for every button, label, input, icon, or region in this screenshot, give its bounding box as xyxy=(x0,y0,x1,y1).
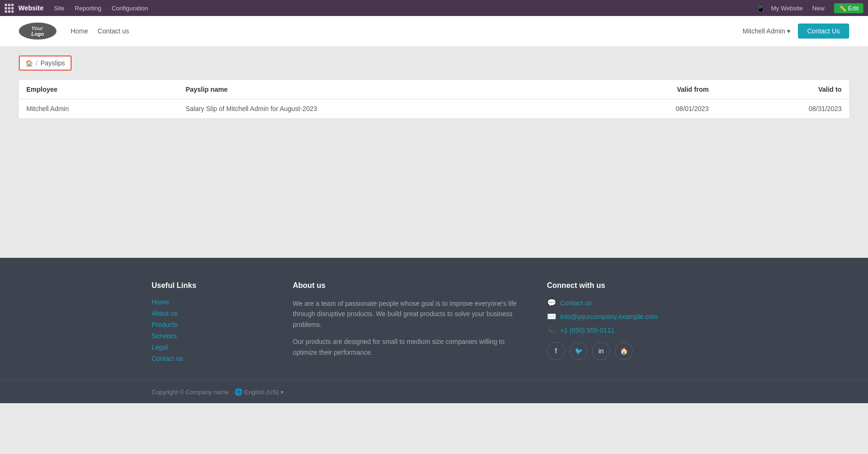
footer-link-products[interactable]: Products xyxy=(152,321,265,328)
edit-button[interactable]: ✏️ Edit xyxy=(834,3,863,13)
admin-bar-right: 📱 My Website New ✏️ Edit xyxy=(756,3,863,13)
footer-link-about[interactable]: About us xyxy=(152,310,265,317)
connect-email-item: ✉️ info@yourcompany.example.com xyxy=(547,312,716,321)
email-icon: ✉️ xyxy=(547,312,556,321)
pencil-icon: ✏️ xyxy=(839,5,846,12)
footer-bottom: Copyright © Company name 🌐 English (US) … xyxy=(0,380,868,403)
connect-phone-link[interactable]: +1 (650) 555-0111 xyxy=(560,327,615,334)
nav-link-contact[interactable]: Contact us xyxy=(97,27,129,35)
site-nav-links: Home Contact us xyxy=(71,27,742,35)
admin-nav-configuration[interactable]: Configuration xyxy=(108,5,152,12)
connect-email-link[interactable]: info@yourcompany.example.com xyxy=(560,313,658,320)
my-website-dropdown[interactable]: My Website xyxy=(771,5,803,12)
logo[interactable]: YourLogo xyxy=(19,23,56,40)
cell-payslip-name: Salary Slip of Mitchell Admin for August… xyxy=(178,99,583,119)
col-valid-from: Valid from xyxy=(583,80,716,99)
logo-oval: YourLogo xyxy=(19,23,56,40)
payslips-table: Employee Payslip name Valid from Valid t… xyxy=(19,80,849,119)
col-valid-to: Valid to xyxy=(716,80,849,99)
home-icon[interactable]: 🏠 xyxy=(25,60,33,67)
phone-icon: 📞 xyxy=(547,326,556,335)
navbar-right: Mitchell Admin ▾ Contact Us xyxy=(742,24,849,39)
cell-valid-to: 08/31/2023 xyxy=(716,99,849,119)
contact-us-button[interactable]: Contact Us xyxy=(798,24,849,39)
cell-valid-from: 08/01/2023 xyxy=(583,99,716,119)
about-text2: Our products are designed for small to m… xyxy=(293,336,519,358)
connect-heading: Connect with us xyxy=(547,281,716,290)
footer-useful-links: Useful Links Home About us Products Serv… xyxy=(152,281,265,366)
admin-nav-site[interactable]: Site xyxy=(50,5,68,12)
connect-phone-item: 📞 +1 (650) 555-0111 xyxy=(547,326,716,335)
about-text1: We are a team of passionate people whose… xyxy=(293,298,519,330)
language-selector[interactable]: 🌐 English (US) ▾ xyxy=(234,388,284,396)
social-twitter[interactable]: 🐦 xyxy=(570,342,587,360)
table-row[interactable]: Mitchell Admin Salary Slip of Mitchell A… xyxy=(19,99,849,119)
lang-chevron-icon: ▾ xyxy=(281,389,284,396)
logo-text: YourLogo xyxy=(32,25,44,37)
col-employee: Employee xyxy=(19,80,178,99)
footer-connect: Connect with us 💬 Contact us ✉️ info@you… xyxy=(547,281,716,366)
connect-contact-item: 💬 Contact us xyxy=(547,298,716,307)
connect-contact-link[interactable]: Contact us xyxy=(560,299,592,307)
cell-employee: Mitchell Admin xyxy=(19,99,178,119)
footer-link-contact[interactable]: Contact us xyxy=(152,355,265,362)
col-payslip-name: Payslip name xyxy=(178,80,583,99)
main-content: 🏠 / Payslips Employee Payslip name Valid… xyxy=(0,46,868,258)
site-name[interactable]: Website xyxy=(18,4,43,12)
globe-icon: 🌐 xyxy=(234,388,242,396)
footer-link-services[interactable]: Services xyxy=(152,332,265,340)
chat-icon: 💬 xyxy=(547,298,556,307)
admin-bar: Website Site Reporting Configuration 📱 M… xyxy=(0,0,868,16)
social-website[interactable]: 🏠 xyxy=(615,342,633,360)
footer-content: Useful Links Home About us Products Serv… xyxy=(152,281,716,366)
site-navbar: YourLogo Home Contact us Mitchell Admin … xyxy=(0,16,868,46)
breadcrumb: 🏠 / Payslips xyxy=(19,56,72,71)
footer-about: About us We are a team of passionate peo… xyxy=(293,281,519,366)
new-button[interactable]: New xyxy=(809,5,828,12)
useful-links-heading: Useful Links xyxy=(152,281,265,290)
admin-nav-reporting[interactable]: Reporting xyxy=(71,5,105,12)
footer-link-home[interactable]: Home xyxy=(152,298,265,306)
nav-link-home[interactable]: Home xyxy=(71,27,88,35)
site-footer: Useful Links Home About us Products Serv… xyxy=(0,258,868,380)
about-heading: About us xyxy=(293,281,519,290)
footer-link-legal[interactable]: Legal xyxy=(152,343,265,351)
mobile-icon: 📱 xyxy=(756,4,765,13)
language-label: English (US) xyxy=(244,389,279,396)
user-dropdown[interactable]: Mitchell Admin ▾ xyxy=(742,27,790,35)
copyright: Copyright © Company name xyxy=(152,389,229,396)
chevron-down-icon: ▾ xyxy=(787,27,790,35)
apps-icon[interactable] xyxy=(5,4,14,13)
footer-bottom-content: Copyright © Company name 🌐 English (US) … xyxy=(152,388,716,396)
breadcrumb-separator: / xyxy=(36,59,38,67)
social-linkedin[interactable]: in xyxy=(592,342,610,360)
social-icons: f 🐦 in 🏠 xyxy=(547,342,716,360)
breadcrumb-page: Payslips xyxy=(40,59,65,67)
social-facebook[interactable]: f xyxy=(547,342,565,360)
